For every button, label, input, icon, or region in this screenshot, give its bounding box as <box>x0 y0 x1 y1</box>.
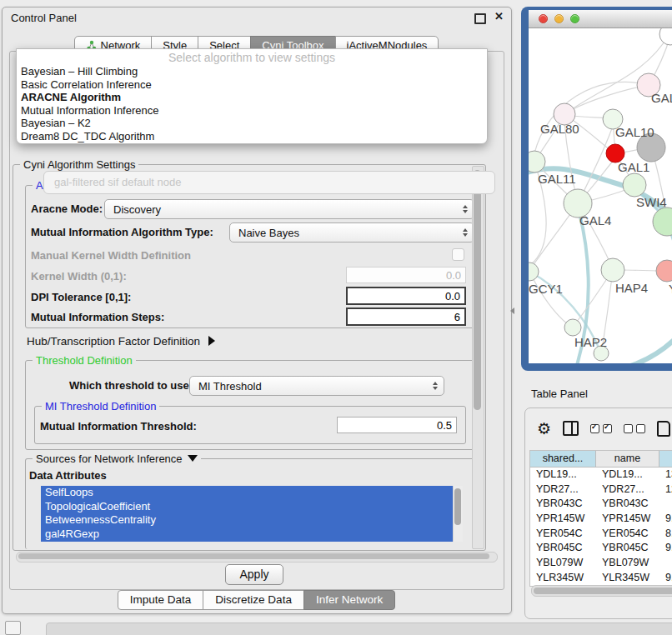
column-header-name[interactable]: name <box>596 451 659 467</box>
close-traffic-light-icon[interactable] <box>539 14 548 23</box>
column-header-clipped[interactable] <box>659 451 672 467</box>
tab-discretize-data[interactable]: Discretize Data <box>203 590 304 610</box>
collapsed-panel-icon[interactable] <box>5 621 21 635</box>
cell <box>659 497 672 512</box>
table-row[interactable]: YDL19...YDL19...13 <box>530 468 672 482</box>
select-all-columns-icon[interactable] <box>590 424 612 433</box>
network-graph: GAL GAL80 GAL10 GAL1 GAL11 SWI4 GAL4 GCY… <box>529 28 672 363</box>
table-row[interactable]: YBL079WYBL079W <box>530 556 672 571</box>
settings-horizontal-scrollbar[interactable] <box>16 552 498 562</box>
node-label: GAL <box>651 91 672 105</box>
node-swi4[interactable] <box>653 208 672 236</box>
close-icon[interactable]: ✕ <box>494 10 504 22</box>
combo-stepper-icon <box>463 228 468 237</box>
gear-icon[interactable]: ⚙ <box>537 420 551 437</box>
table-row[interactable]: YPR145WYPR145W9. <box>530 512 672 527</box>
node-hap2[interactable] <box>564 319 581 336</box>
control-panel-titlebar[interactable]: Control Panel ✕ <box>3 8 511 28</box>
table-row[interactable]: YBR043CYBR043C <box>530 497 672 512</box>
manual-kernel-checkbox[interactable] <box>452 248 464 261</box>
cell: YDL19... <box>530 468 596 482</box>
algorithm-option[interactable]: Mutual Information Inference <box>17 104 487 118</box>
node-salmon[interactable] <box>656 260 672 282</box>
dpi-tolerance-label: DPI Tolerance [0,1]: <box>31 291 131 303</box>
node-gcy1[interactable] <box>529 262 539 281</box>
data-attributes-list[interactable]: SelfLoops TopologicalCoefficient Between… <box>41 486 453 542</box>
algorithm-option[interactable]: Dream8 DC_TDC Algorithm <box>17 130 487 143</box>
node-hap4[interactable] <box>601 258 624 282</box>
algorithm-option-selected[interactable]: ARACNE Algorithm <box>17 91 487 104</box>
node-label: Y <box>669 282 672 296</box>
cell: 8. <box>659 527 672 542</box>
mi-steps-field[interactable] <box>346 308 466 326</box>
attribute-item-selected[interactable]: TopologicalCoefficient <box>41 500 453 514</box>
table-row[interactable]: YLR345WYLR345W9. <box>530 571 672 586</box>
column-header-shared-name[interactable]: shared... <box>530 451 596 467</box>
manual-kernel-label: Manual Kernel Width Definition <box>31 249 191 262</box>
node-gal1[interactable] <box>623 173 646 197</box>
control-panel-title: Control Panel <box>11 12 77 24</box>
deselect-all-columns-icon[interactable] <box>624 424 645 433</box>
which-threshold-label: Which threshold to use: <box>69 379 193 392</box>
control-panel-window: Control Panel ✕ Network Style Select Cyn… <box>2 7 512 614</box>
cell: YBR043C <box>596 497 659 512</box>
minimize-traffic-light-icon[interactable] <box>554 14 564 23</box>
node-label: GAL4 <box>579 213 611 228</box>
attribute-item-selected[interactable]: SelfLoops <box>41 486 453 500</box>
node-label: GAL10 <box>615 125 654 139</box>
network-selector-combo[interactable]: gal-filtered sif default node <box>43 171 495 194</box>
algorithm-option[interactable]: Bayesian – Hill Climbing <box>17 65 487 78</box>
table-panel-toolbar: ⚙ <box>537 418 670 438</box>
cell: 9. <box>659 571 672 586</box>
tab-infer-network[interactable]: Infer Network <box>303 590 395 610</box>
network-view-titlebar[interactable] <box>529 10 672 28</box>
table-horizontal-scrollbar[interactable] <box>531 585 672 597</box>
mi-threshold-field[interactable] <box>337 417 457 433</box>
sources-group: Sources for Network Inference Data Attri… <box>25 458 475 549</box>
table-row[interactable]: YBR045CYBR045C9. <box>530 541 672 556</box>
zoom-traffic-light-icon[interactable] <box>570 14 579 23</box>
settings-vertical-scrollbar[interactable] <box>472 166 484 549</box>
algorithm-option[interactable]: Basic Correlation Inference <box>17 78 487 92</box>
network-canvas[interactable]: GAL GAL80 GAL10 GAL1 GAL11 SWI4 GAL4 GCY… <box>529 28 672 363</box>
aracne-mode-combo[interactable]: Discovery <box>104 199 474 219</box>
algorithm-definition-group: Algorithm Definition Aracne Mode: Discov… <box>25 185 475 328</box>
mi-type-combo[interactable]: Naive Bayes <box>229 222 474 242</box>
cell: YBR043C <box>530 497 596 512</box>
node-label: GAL80 <box>540 122 579 136</box>
cell: YER054C <box>530 527 596 542</box>
dpi-tolerance-field[interactable] <box>346 287 466 305</box>
table-body: YDL19...YDL19...13 YDR27...YDR27...12 YB… <box>530 468 672 586</box>
attribute-item-selected[interactable]: BetweennessCentrality <box>41 513 453 528</box>
table-row[interactable]: YDR27...YDR27...12 <box>530 482 672 498</box>
table-row[interactable]: YER054CYER054C8. <box>530 527 672 542</box>
collapsed-arrow-icon <box>208 336 215 346</box>
cell: 13 <box>659 468 672 482</box>
which-threshold-value: MI Threshold <box>198 380 262 392</box>
which-threshold-combo[interactable]: MI Threshold <box>189 376 444 396</box>
combo-stepper-icon <box>433 382 438 390</box>
attributes-list-scrollbar[interactable] <box>453 486 463 542</box>
settings-vertical-scrollbar-thumb[interactable] <box>474 170 481 410</box>
settings-horizontal-scrollbar-thumb[interactable] <box>18 553 489 559</box>
node-label: GAL11 <box>538 172 576 186</box>
node-label: HAP2 <box>574 335 607 349</box>
hub-definition-expander[interactable]: Hub/Transcription Factor Definition <box>27 335 215 348</box>
combo-stepper-icon <box>463 205 468 213</box>
cell: YBL079W <box>596 556 659 571</box>
float-window-icon[interactable] <box>474 13 486 24</box>
new-table-icon[interactable] <box>657 421 670 437</box>
node-unlabeled[interactable] <box>659 28 672 45</box>
mi-type-label: Mutual Information Algorithm Type: <box>31 226 213 238</box>
apply-button[interactable]: Apply <box>225 564 283 585</box>
aracne-mode-value: Discovery <box>113 203 161 216</box>
cell: YLR345W <box>530 571 596 586</box>
tab-impute-data[interactable]: Impute Data <box>118 590 204 610</box>
columns-icon[interactable] <box>563 421 579 436</box>
panel-divider-collapse-icon[interactable] <box>510 308 514 314</box>
attribute-item-selected[interactable]: gal4RGexp <box>41 528 453 542</box>
sources-title[interactable]: Sources for Network Inference <box>33 452 201 465</box>
algorithm-dropdown: Select algorithm to view settings Bayesi… <box>16 48 488 144</box>
table-horizontal-scrollbar-thumb[interactable] <box>534 588 672 594</box>
algorithm-option[interactable]: Bayesian – K2 <box>17 117 487 130</box>
